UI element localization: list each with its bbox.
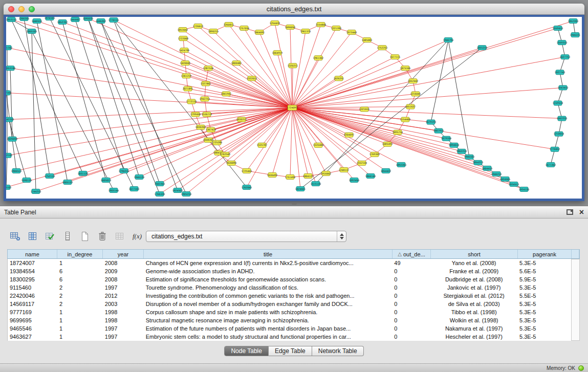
graph-node[interactable]: 1535484 xyxy=(313,143,324,147)
graph-node[interactable]: 1924120 xyxy=(519,187,530,191)
graph-node[interactable]: 1679104 xyxy=(441,136,452,141)
graph-node[interactable]: 1248137 xyxy=(339,167,350,172)
graph-node[interactable]: 1866140 xyxy=(365,173,376,178)
column-header-short[interactable]: short xyxy=(431,250,518,258)
graph-node[interactable]: 1444407 xyxy=(70,17,81,22)
memory-status-indicator[interactable] xyxy=(578,365,584,371)
graph-node[interactable]: 1895754 xyxy=(393,130,403,135)
graph-node[interactable]: 1154409 xyxy=(400,117,411,122)
graph-node[interactable]: 1590135 xyxy=(21,178,32,182)
new-table-icon[interactable] xyxy=(78,230,92,243)
graph-node[interactable]: 1862210 xyxy=(456,149,467,154)
graph-node[interactable]: 1651627 xyxy=(405,104,416,109)
graph-node[interactable]: 1751494 xyxy=(285,174,296,179)
graph-node[interactable]: 1831120 xyxy=(78,171,89,176)
table-row[interactable]: 911546021997Tourette syndrome. Phenomeno… xyxy=(8,283,571,292)
graph-node[interactable]: 1696050 xyxy=(285,25,296,30)
graph-node[interactable]: 1853105 xyxy=(6,185,11,189)
graph-node[interactable]: 1679193 xyxy=(426,120,437,124)
graph-node[interactable]: 2065105 xyxy=(27,29,37,34)
graph-node[interactable]: 1254439 xyxy=(270,21,280,26)
graph-node[interactable]: 1677202 xyxy=(546,162,556,167)
graph-node[interactable]: 2204697 xyxy=(344,133,355,137)
float-panel-icon[interactable] xyxy=(567,209,573,215)
graph-node[interactable]: 1800487 xyxy=(231,61,242,65)
graph-node[interactable]: 1906513 xyxy=(11,168,22,173)
graph-node[interactable]: 1946103 xyxy=(464,155,475,159)
graph-node[interactable]: 1752253 xyxy=(377,46,388,50)
graph-node[interactable]: 1770110 xyxy=(108,18,119,23)
graph-node[interactable]: 1532103 xyxy=(6,153,12,158)
column-header-out_de[interactable]: △out_de... xyxy=(393,250,431,258)
column-header-title[interactable]: title xyxy=(144,250,393,258)
graph-node[interactable]: 1677103 xyxy=(129,186,140,191)
tab-network-table[interactable]: Network Table xyxy=(312,346,364,356)
tab-node-table[interactable]: Node Table xyxy=(224,346,269,356)
graph-node[interactable]: 1636492 xyxy=(267,172,278,177)
graph-node[interactable]: 2266205 xyxy=(19,17,30,21)
graph-node[interactable]: 1852702 xyxy=(57,20,68,25)
graph-node[interactable]: 1424796 xyxy=(179,48,190,53)
graph-node[interactable]: 1924502 xyxy=(172,188,183,192)
table-row[interactable]: 946362711997Embryonic stem cells: a mode… xyxy=(8,333,571,341)
graph-node[interactable]: 1221390 xyxy=(331,26,342,31)
graph-node[interactable]: 1931302 xyxy=(6,46,12,50)
column-header-pagerank[interactable]: pagerank xyxy=(518,250,572,258)
graph-node[interactable]: 2053100 xyxy=(6,66,15,71)
graph-node[interactable]: 2260811 xyxy=(224,23,234,27)
graph-node[interactable]: 1841947 xyxy=(221,92,232,96)
table-row[interactable]: 946554611997Estimation of the future num… xyxy=(8,324,571,333)
window-titlebar[interactable]: citations_edges.txt xyxy=(4,4,584,15)
graph-node[interactable]: 1724093 xyxy=(287,105,298,110)
table-row[interactable]: 1938455462009Genome-wide association stu… xyxy=(8,267,571,275)
graph-node[interactable]: 1762549 xyxy=(220,152,231,157)
graph-node[interactable]: 1946794 xyxy=(443,38,454,42)
graph-node[interactable]: 1062210 xyxy=(557,116,568,121)
graph-node[interactable]: 1946120 xyxy=(134,174,145,179)
graph-node[interactable]: 1487910 xyxy=(433,128,444,133)
graph-node[interactable]: 1905133 xyxy=(62,180,73,184)
graph-node[interactable]: 1905210 xyxy=(181,191,192,196)
graph-node[interactable]: 1604410 xyxy=(482,166,493,170)
graph-node[interactable]: 2071891 xyxy=(183,86,193,91)
panel-divider-handle[interactable] xyxy=(292,203,297,205)
graph-node[interactable]: 1210654 xyxy=(554,132,564,136)
graph-node[interactable]: 1770452 xyxy=(550,147,560,151)
graph-node[interactable]: 1677115 xyxy=(390,55,401,59)
graph-node[interactable]: 1790210 xyxy=(119,168,129,173)
graph-node[interactable]: 2090035 xyxy=(83,17,94,21)
graph-node[interactable]: 1367425 xyxy=(206,127,216,132)
graph-node[interactable]: 1559410 xyxy=(553,26,563,31)
table-settings-icon[interactable] xyxy=(8,230,23,243)
graph-node[interactable]: 1320211 xyxy=(288,63,298,68)
graph-node[interactable]: 1973440 xyxy=(346,30,357,35)
graph-node[interactable]: 1636890 xyxy=(226,161,237,165)
graph-node[interactable]: 1536719 xyxy=(202,112,212,117)
network-graph-canvas[interactable]: 1724093185304217266191890215226081117570… xyxy=(6,17,582,199)
edit-table-icon[interactable] xyxy=(43,230,57,243)
graph-node[interactable]: 1321616 xyxy=(359,107,370,112)
graph-node[interactable]: 1855210 xyxy=(477,46,488,50)
graph-node[interactable]: 1485083 xyxy=(362,38,373,42)
function-builder-icon[interactable]: f(x) xyxy=(130,230,144,243)
column-header-name[interactable]: name xyxy=(8,250,57,258)
tab-edge-table[interactable]: Edge Table xyxy=(269,346,312,356)
graph-node[interactable]: 1961370 xyxy=(300,29,311,34)
graph-node[interactable]: 1664919 xyxy=(272,51,283,55)
network-table-select[interactable]: citations_edges.txt xyxy=(146,231,346,242)
graph-node[interactable]: 1976103 xyxy=(45,17,55,20)
graph-node[interactable]: 1772110 xyxy=(186,99,197,104)
column-header-in_degree[interactable]: in_degree xyxy=(57,250,103,258)
close-panel-icon[interactable]: × xyxy=(579,208,584,216)
graph-node[interactable]: 1799456 xyxy=(190,112,201,117)
row-tools-icon[interactable] xyxy=(60,230,75,243)
graph-node[interactable]: 1824505 xyxy=(500,177,511,181)
graph-node[interactable]: 1216045 xyxy=(410,92,421,96)
graph-node[interactable]: 1626251 xyxy=(334,76,344,81)
graph-node[interactable]: 1762045 xyxy=(242,185,252,189)
graph-node[interactable]: 1652442 xyxy=(408,79,419,83)
graph-node[interactable]: 1725443 xyxy=(242,168,252,173)
graph-node[interactable]: 1322013 xyxy=(247,76,257,81)
graph-node[interactable]: 1642203 xyxy=(6,117,14,122)
graph-node[interactable]: 1830211 xyxy=(236,117,247,122)
